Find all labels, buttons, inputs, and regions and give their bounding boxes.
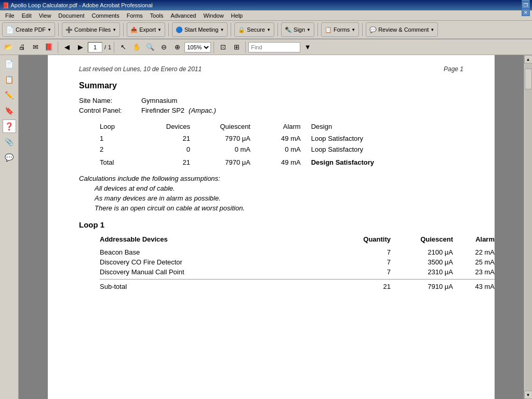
restore-button[interactable]: ❐ [522,2,530,9]
sign-button[interactable]: ✒️ Sign ▼ [281,22,314,37]
menu-file[interactable]: File [2,11,18,20]
review-arrow: ▼ [430,28,434,32]
control-panel-value2: (Ampac.) [189,107,216,114]
table-row-2: 2 0 0 mA 0 mA Loop Satisfactory [100,145,411,153]
menu-view[interactable]: View [36,11,55,20]
menu-document[interactable]: Document [55,11,87,20]
menu-comments[interactable]: Comments [89,11,123,20]
export-icon: 📤 [130,26,138,33]
control-panel-label: Control Panel: [79,107,141,114]
app-icon: 📕 [2,2,9,8]
scroll-down-button[interactable]: ▼ [524,391,533,399]
menu-bar: File Edit View Document Comments Forms T… [0,10,532,21]
assumption-2: As many devices are in alarm as possible… [95,194,463,202]
sidebar-help-icon[interactable]: ❓ [3,119,16,133]
sidebar-attachments-icon[interactable]: 📎 [3,135,16,149]
header-right: Page 1 [444,65,463,73]
quiescent-2: 0 mA [190,145,250,153]
export-button[interactable]: 📤 Export ▼ [127,22,165,37]
forms-label: Forms [334,26,350,33]
device-row-manual: Discovery Manual Call Point 7 2310 μA 23… [100,268,495,276]
scroll-up-button[interactable]: ▲ [524,55,533,63]
secure-label: Secure [247,26,265,33]
menu-edit[interactable]: Edit [19,11,35,20]
create-pdf-arrow: ▼ [47,28,51,32]
menu-help[interactable]: Help [228,11,246,20]
menu-forms[interactable]: Forms [124,11,146,20]
titlebar-controls: ─ ❐ ✕ [522,0,530,16]
zoom-out[interactable]: ⊖ [157,41,170,54]
forms-arrow: ▼ [351,28,355,32]
total-devices: 21 [140,158,190,166]
secure-icon: 🔒 [238,26,245,33]
meeting-icon: 🔵 [176,26,183,33]
summary-title: Summary [79,81,463,90]
loop-2: 2 [100,145,140,153]
forms-icon: 📋 [325,26,332,33]
scroll-track[interactable] [525,63,532,391]
meeting-arrow: ▼ [220,28,224,32]
total-label: Total [100,158,140,166]
create-pdf-button[interactable]: 📄 Create PDF ▼ [2,22,55,37]
back-button[interactable]: ◀ [61,41,73,54]
page-total: 1 [108,44,111,50]
combine-icon: ➕ [65,26,73,33]
subtotal-quiescent: 7910 μA [391,283,453,290]
col-alarm-header: Alarm [250,123,301,130]
beacon-quiescent: 2100 μA [391,248,453,256]
zoom-select[interactable]: 105% 75% 100% 125% 150% [184,42,211,52]
start-meeting-button[interactable]: 🔵 Start Meeting ▼ [172,22,228,37]
separator-6 [317,23,318,36]
pdf-container: Last revised on Lunes, 10 de Enero de 20… [19,55,524,399]
co-name: Discovery CO Fire Detector [100,258,349,266]
find-input[interactable] [248,42,300,52]
find-options-button[interactable]: ▼ [301,41,314,54]
create-pdf-icon: 📄 [6,26,14,34]
separator-4 [231,23,231,36]
combine-arrow: ▼ [112,28,116,32]
forms-button[interactable]: 📋 Forms ▼ [321,22,359,37]
quiescent-1: 7970 μA [190,135,250,142]
col-devices-header: Devices [140,123,190,130]
tb2-sep-4 [245,42,246,53]
sidebar-signatures-icon[interactable]: ✏️ [3,88,16,102]
zoom-marquee[interactable]: 🔍 [144,41,156,54]
sidebar-layers-icon[interactable]: 🔖 [3,104,16,117]
co-alarm: 25 mA [453,258,495,266]
secure-button[interactable]: 🔒 Secure ▼ [234,22,274,37]
open-button[interactable]: 📂 [2,41,15,54]
create-pdf-label: Create PDF [16,26,46,33]
summary-section: Summary Site Name: Gymnasium Control Pan… [79,81,463,212]
fit-width-button[interactable]: ⊞ [230,41,243,54]
scroll-thumb[interactable] [525,69,532,89]
combine-files-button[interactable]: ➕ Combine Files ▼ [62,22,120,37]
page-separator: / [104,44,106,50]
sidebar-comments-icon[interactable]: 💬 [3,151,16,164]
cursor-tool[interactable]: ↖ [117,41,129,54]
review-icon: 💬 [369,26,377,33]
site-name-value: Gymnasium [141,97,177,104]
page-number-input[interactable]: 1 [88,42,102,52]
menu-window[interactable]: Window [200,11,227,20]
beacon-qty: 7 [349,248,391,256]
close-button[interactable]: ✕ [522,9,530,16]
hand-tool[interactable]: ✋ [130,41,143,54]
window-title: Apollo Loop Calculator.pdf - Adobe Acrob… [10,2,152,8]
secure-arrow: ▼ [267,28,271,32]
fit-page-button[interactable]: ⊡ [217,41,229,54]
sidebar-pages-icon[interactable]: 📄 [3,57,16,71]
zoom-in[interactable]: ⊕ [171,41,183,54]
beacon-name: Beacon Base [100,248,349,256]
summary-table-header: Loop Devices Quiescent Alarm Design [100,123,411,130]
sidebar-bookmarks-icon[interactable]: 📋 [3,73,16,86]
control-panel-row: Control Panel: Firefinder SP2 (Ampac.) [79,107,463,114]
manual-qty: 7 [349,268,391,276]
menu-tools[interactable]: Tools [147,11,167,20]
total-design: Design Satisfactory [311,158,411,166]
menu-advanced[interactable]: Advanced [168,11,200,20]
forward-button[interactable]: ▶ [74,41,87,54]
email-button[interactable]: ✉ [29,41,42,54]
review-comment-button[interactable]: 💬 Review & Comment ▼ [366,22,438,37]
print-button[interactable]: 🖨 [16,41,28,54]
tb2-sep-1 [58,42,58,53]
